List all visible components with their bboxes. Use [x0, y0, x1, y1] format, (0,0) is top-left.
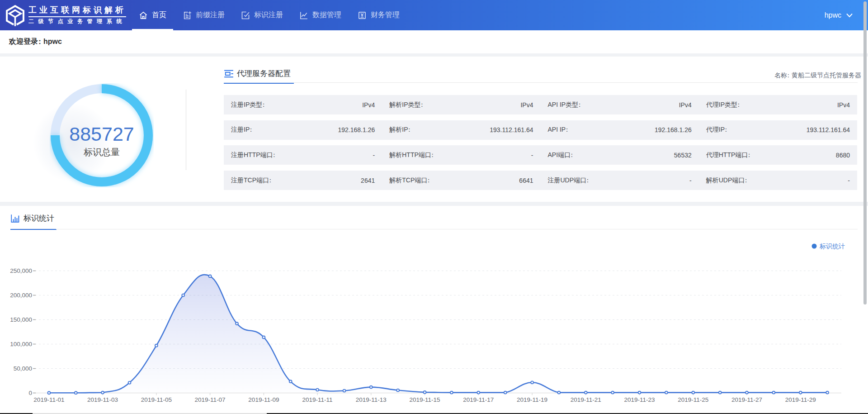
svg-text:2019-11-19: 2019-11-19	[517, 396, 547, 403]
svg-text:2019-11-27: 2019-11-27	[731, 396, 762, 403]
svg-text:2019-11-11: 2019-11-11	[302, 396, 333, 403]
svg-text:0: 0	[28, 390, 32, 396]
svg-text:2019-11-05: 2019-11-05	[141, 396, 172, 403]
svg-text:150,000: 150,000	[10, 316, 32, 323]
svg-text:2019-11-01: 2019-11-01	[33, 396, 64, 403]
svg-text:250,000: 250,000	[10, 267, 32, 274]
svg-text:2019-11-23: 2019-11-23	[624, 396, 655, 403]
svg-text:2019-11-13: 2019-11-13	[356, 396, 387, 403]
svg-text:2019-11-21: 2019-11-21	[571, 396, 601, 403]
svg-text:2019-11-09: 2019-11-09	[248, 396, 279, 403]
svg-text:100,000: 100,000	[10, 341, 32, 347]
svg-text:2019-11-29: 2019-11-29	[785, 396, 816, 403]
svg-text:50,000: 50,000	[14, 365, 32, 372]
svg-text:2019-11-07: 2019-11-07	[195, 396, 226, 403]
svg-text:200,000: 200,000	[10, 292, 32, 299]
svg-text:标识统计: 标识统计	[819, 243, 845, 250]
svg-text:2019-11-17: 2019-11-17	[463, 396, 494, 403]
svg-text:2019-11-15: 2019-11-15	[410, 396, 440, 403]
svg-text:2019-11-25: 2019-11-25	[678, 396, 708, 403]
svg-text:2019-11-03: 2019-11-03	[87, 396, 118, 403]
